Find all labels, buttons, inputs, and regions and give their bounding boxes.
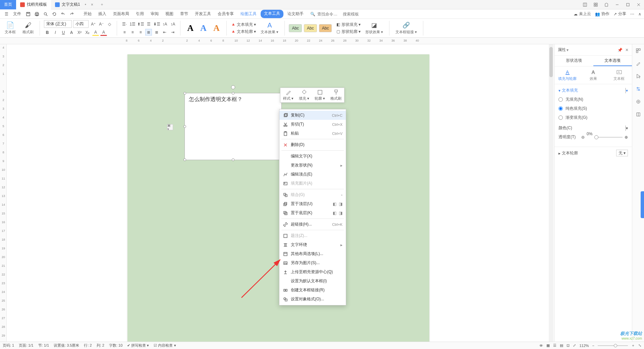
handle-bottom-left[interactable] — [183, 158, 186, 161]
zoom-slider[interactable] — [598, 345, 628, 346]
superscript-button[interactable]: X² — [76, 29, 83, 36]
textbox-text[interactable]: 怎么制作透明文本框？ — [185, 93, 281, 103]
highlight-button[interactable]: A — [92, 29, 99, 36]
collab-link[interactable]: 👥 协作 — [595, 11, 609, 17]
strike-button[interactable]: A̵ — [68, 29, 75, 36]
shapefill-menu[interactable]: ◧ 形状填充 ▾ — [336, 22, 361, 28]
align-left-icon[interactable]: ≡ — [121, 29, 128, 36]
refresh-icon[interactable] — [51, 10, 58, 18]
clear-format-icon[interactable]: ◇ — [106, 21, 113, 28]
grow-font-icon[interactable]: A⁺ — [90, 21, 97, 28]
command-search-input[interactable] — [317, 12, 341, 16]
rotate-handle[interactable] — [231, 85, 235, 89]
status-view3-icon[interactable]: ▤ — [560, 343, 563, 348]
tab-drawtools[interactable]: 绘图工具 — [238, 10, 259, 18]
more-icon[interactable]: ⋯ — [630, 12, 634, 16]
ctx-layout[interactable]: 其他布局选项(L)... — [279, 249, 346, 258]
file-menu[interactable]: 文件 — [11, 10, 23, 18]
ctx-bringfront[interactable]: 置于顶层(U)◧ ◨ — [279, 199, 346, 208]
ctx-hyperlink[interactable]: 超链接(H)...Ctrl+K — [279, 220, 346, 229]
ctx-setdefault[interactable]: 设置为默认文本框(I) — [279, 277, 346, 286]
shapeoutline-menu[interactable]: ▢ 形状轮廓 ▾ — [336, 29, 361, 35]
handle-mid-bottom[interactable] — [232, 158, 234, 161]
status-expand-icon[interactable]: ⤡ — [638, 343, 641, 348]
font-name-select[interactable]: 宋体 (正文) — [44, 20, 72, 28]
handle-top-left[interactable] — [183, 92, 186, 95]
text-style-a3[interactable]: A — [211, 23, 222, 33]
align-right-icon[interactable]: ≡ — [137, 29, 144, 36]
ft-fmtpainter[interactable]: 格式刷 — [328, 88, 344, 102]
tab-review[interactable]: 审阅 — [148, 10, 161, 18]
print-icon[interactable] — [33, 10, 41, 18]
indent-inc-icon[interactable]: ⇥ — [169, 29, 176, 36]
tab-reference[interactable]: 引用 — [133, 10, 147, 18]
tab-start[interactable]: 开始 — [81, 10, 94, 18]
distribute-icon[interactable]: ≣ — [153, 29, 160, 36]
status-pageof[interactable]: 页面: 1/1 — [19, 343, 33, 348]
align-mid-icon[interactable]: ☰ — [145, 21, 152, 28]
fill-swatch[interactable] — [625, 88, 626, 93]
status-spell[interactable]: ✔ 拼写检查 ▾ — [127, 343, 149, 348]
status-view2-icon[interactable]: ☰ — [553, 343, 556, 348]
search-icon[interactable]: 🔍 — [310, 12, 315, 16]
anchor-options-icon[interactable]: ▣ ▾ — [167, 124, 173, 130]
collapse-ribbon-icon[interactable]: ∧ — [638, 12, 641, 16]
horizontal-ruler[interactable]: 8642246810121416182022242628303234363840 — [0, 38, 644, 44]
text-style-a2[interactable]: A — [198, 23, 209, 33]
template-search-input[interactable] — [343, 12, 366, 16]
textfill-menu[interactable]: 🔺 文本填充 ▾ — [231, 22, 256, 28]
ctx-cut[interactable]: 剪切(T)Ctrl+X — [279, 120, 346, 129]
order-sub-icons[interactable]: ◧ ◨ — [333, 202, 342, 206]
shape-preset-1[interactable]: Abc — [289, 24, 302, 32]
status-content[interactable]: ☑ 内容检查 ▾ — [154, 343, 176, 348]
outline-select[interactable]: 无 ▾ — [616, 150, 628, 156]
slider-plus-icon[interactable]: ⊕ — [625, 135, 628, 140]
radio-nofill[interactable] — [558, 97, 563, 102]
textbox-group[interactable]: 📄 文本框 — [3, 21, 18, 35]
underline-button[interactable]: U — [60, 29, 67, 36]
ctx-paste[interactable]: 粘贴Ctrl+V — [279, 129, 346, 138]
strip-cursor-icon[interactable] — [635, 72, 642, 80]
undo-icon[interactable] — [59, 10, 67, 18]
align-center-icon[interactable]: ≡ — [129, 29, 136, 36]
ctx-upload[interactable]: 上传至稻壳资源中心(Q) — [279, 267, 346, 277]
textoutline-menu[interactable]: 🔺 文本轮廓 ▾ — [231, 29, 256, 35]
bold-button[interactable]: B — [44, 29, 51, 36]
panel-close-icon[interactable]: ✕ — [625, 48, 629, 52]
strip-settings-icon[interactable] — [635, 85, 642, 93]
tab-member[interactable]: 会员专享 — [215, 10, 236, 18]
status-view1-icon[interactable]: ▦ — [546, 343, 550, 348]
zoom-minus-icon[interactable]: − — [592, 344, 594, 348]
align-top-icon[interactable]: ⬆☰ — [137, 21, 144, 28]
tab-add-button[interactable]: ＋ — [97, 2, 107, 7]
textbox-shape[interactable]: 怎么制作透明文本框？ — [184, 93, 282, 160]
numbering-icon[interactable]: 1☰ — [129, 21, 136, 28]
status-col[interactable]: 列: 2 — [97, 343, 104, 348]
strip-book-icon[interactable] — [635, 111, 642, 118]
ft-style[interactable]: 样式 ▾ — [280, 88, 296, 102]
ctx-copy[interactable]: 复制(C)Ctrl+C — [279, 111, 346, 120]
cloud-status[interactable]: ☁ 未上云 — [574, 11, 591, 17]
strip-target-icon[interactable] — [635, 98, 642, 105]
hamburger-icon[interactable]: ☰ — [3, 10, 10, 18]
status-section[interactable]: 节: 1/1 — [38, 343, 49, 348]
status-line[interactable]: 行: 2 — [84, 343, 92, 348]
fmtpainter-group[interactable]: 🖌 格式刷 — [20, 21, 36, 35]
ctx-wrap[interactable]: 文字环绕▸ — [279, 240, 346, 249]
tab-close-icon[interactable]: × — [91, 2, 93, 7]
ctx-changeshape[interactable]: 更改形状(N)▸ — [279, 161, 346, 170]
panel-tab-shape[interactable]: 形状选项 — [554, 56, 593, 66]
pin-icon[interactable]: 📌 — [618, 48, 623, 52]
tab-texttools[interactable]: 文本工具 — [261, 10, 283, 18]
maximize-button[interactable] — [623, 0, 633, 9]
ctx-edittext[interactable]: 编辑文字(X) — [279, 152, 346, 161]
ctx-createlink[interactable]: 创建文本框链接(R) — [279, 286, 346, 295]
ctx-format[interactable]: 设置对象格式(O)... — [279, 295, 346, 304]
tab-insert[interactable]: 插入 — [96, 10, 109, 18]
status-pos[interactable]: 设置值: 3.5厘米 — [54, 343, 79, 348]
shape-preset-2[interactable]: Abc — [304, 24, 317, 32]
order-sub-icons2[interactable]: ◧ ◨ — [333, 211, 342, 215]
transparency-slider[interactable]: ⊖ 0% ⊕ — [581, 135, 628, 140]
skin-icon[interactable] — [601, 0, 612, 9]
italic-button[interactable]: I — [52, 29, 59, 36]
